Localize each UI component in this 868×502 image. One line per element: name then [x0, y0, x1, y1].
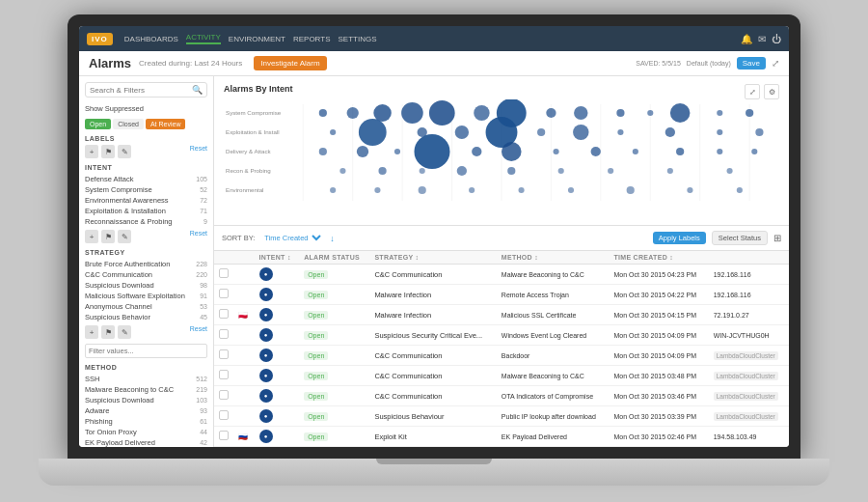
strategy-flag-btn[interactable]: ⚑: [101, 325, 115, 339]
grid-view-icon[interactable]: ⊞: [773, 233, 781, 243]
expand-icon[interactable]: ⤢: [772, 58, 779, 69]
row-intent: ●: [255, 265, 300, 285]
row-time: Mon Oct 30 2015 04:09 PM: [609, 346, 708, 366]
method-item-5[interactable]: Tor Onion Proxy 44: [85, 427, 207, 437]
strategy-item-2[interactable]: Suspicious Download 98: [85, 280, 207, 291]
intent-item-1[interactable]: System Compromise 52: [85, 184, 207, 195]
svg-point-59: [667, 168, 673, 174]
label-edit-btn[interactable]: ✎: [118, 145, 131, 158]
svg-point-41: [357, 146, 368, 157]
table-row[interactable]: ● Open C&C Communication Backdoor Mon Oc…: [214, 346, 789, 366]
save-button[interactable]: Save: [737, 57, 766, 70]
strategy-reset[interactable]: Reset: [190, 325, 207, 339]
chart-expand-btn[interactable]: ⤢: [745, 84, 760, 99]
intent-item-0[interactable]: Defense Attack 105: [85, 174, 207, 184]
table-row[interactable]: ● Open C&C Communication Malware Beaconi…: [214, 265, 789, 285]
investigate-alarm-button[interactable]: Investigate Alarm: [254, 56, 326, 70]
row-strategy: C&C Communication: [369, 366, 496, 386]
table-controls: SORT BY: Time Created ↓ Apply Labels Sel…: [214, 226, 789, 251]
row-checkbox[interactable]: [214, 406, 233, 427]
sort-select[interactable]: Time Created: [260, 233, 324, 243]
tab-at-review[interactable]: At Review: [146, 119, 186, 129]
row-checkbox[interactable]: [214, 366, 233, 386]
row-checkbox[interactable]: [214, 285, 233, 305]
intent-item-4[interactable]: Reconnaissance & Probing 9: [85, 216, 207, 227]
strategy-item-5[interactable]: Suspicious Behavior 45: [85, 312, 207, 322]
intent-reset[interactable]: Reset: [190, 230, 207, 243]
row-status: Open: [299, 366, 369, 386]
table-row[interactable]: 🇵🇱 ● Open Malware Infection Malicious SS…: [214, 305, 789, 325]
table-row[interactable]: ● Open Suspicious Security Critical Eve.…: [214, 325, 789, 346]
row-checkbox[interactable]: [214, 447, 233, 448]
search-input[interactable]: [90, 86, 192, 95]
row-method: EK Payload Delivered: [497, 427, 610, 447]
strategy-item-4[interactable]: Anonymous Channel 53: [85, 301, 207, 312]
svg-point-60: [726, 168, 732, 174]
strategy-item-3[interactable]: Malicious Software Exploitation 91: [85, 291, 207, 301]
col-status[interactable]: ALARM STATUS: [299, 251, 369, 265]
strategy-item-1[interactable]: C&C Communication 220: [85, 269, 207, 280]
topnav: IVO DASHBOARDS ACTIVITY ENVIRONMENT REPO…: [79, 26, 789, 51]
tab-closed[interactable]: Closed: [113, 119, 144, 129]
intent-edit-btn[interactable]: ✎: [118, 230, 131, 243]
svg-point-63: [419, 186, 426, 194]
strategy-edit-btn[interactable]: ✎: [118, 325, 131, 339]
intent-flag-btn[interactable]: ⚑: [101, 230, 115, 243]
method-item-6[interactable]: EK Payload Delivered 42: [85, 437, 207, 447]
label-add-btn[interactable]: +: [85, 145, 98, 158]
method-item-3[interactable]: Adware 93: [85, 405, 207, 416]
row-method: Remote Access Trojan: [497, 285, 610, 305]
row-intent: ●: [255, 447, 300, 448]
col-intent[interactable]: INTENT ↕: [255, 251, 300, 265]
strategy-add-btn[interactable]: +: [85, 325, 98, 339]
svg-point-40: [319, 148, 327, 155]
select-status-button[interactable]: Select Status: [712, 231, 768, 245]
intent-add-btn[interactable]: +: [85, 230, 98, 243]
label-flag-btn[interactable]: ⚑: [101, 145, 115, 158]
power-icon[interactable]: ⏻: [772, 34, 781, 44]
method-item-4[interactable]: Phishing 61: [85, 416, 207, 427]
intent-item-3[interactable]: Exploitation & Installation 71: [85, 206, 207, 216]
row-checkbox[interactable]: [214, 325, 233, 346]
row-checkbox[interactable]: [214, 427, 233, 447]
nav-settings[interactable]: SETTINGS: [338, 35, 376, 43]
tab-open[interactable]: Open: [85, 119, 111, 129]
status-tabs-section: Open Closed At Review: [85, 119, 207, 129]
table-row[interactable]: ● Open Suspicious Behaviour Public IP lo…: [214, 406, 789, 427]
table-row[interactable]: 🇷🇺 ● Open Vulnerable Software Exploitati…: [214, 447, 789, 448]
bell-icon[interactable]: 🔔: [741, 34, 752, 44]
col-time[interactable]: TIME CREATED ↕: [609, 251, 708, 265]
chart-settings-btn[interactable]: ⚙: [764, 84, 779, 99]
show-suppressed-section: Show Suppressed: [85, 103, 207, 113]
col-method[interactable]: METHOD ↕: [497, 251, 610, 265]
svg-point-16: [347, 107, 359, 119]
labels-section: Labels + ⚑ ✎ Reset: [85, 135, 207, 158]
table-row[interactable]: ● Open C&C Communication OTA Indicators …: [214, 386, 789, 406]
apply-labels-button[interactable]: Apply Labels: [653, 232, 706, 244]
method-item-1[interactable]: Malware Beaconing to C&C 219: [85, 384, 207, 395]
row-intent: ●: [255, 346, 300, 366]
table-row[interactable]: 🇷🇺 ● Open Exploit Kit EK Payload Deliver…: [214, 427, 789, 447]
nav-reports[interactable]: REPORTS: [293, 35, 331, 43]
svg-point-53: [378, 167, 386, 175]
labels-reset[interactable]: Reset: [190, 145, 207, 158]
nav-environment[interactable]: ENVIRONMENT: [229, 35, 285, 43]
method-item-2[interactable]: Suspicious Download 103: [85, 395, 207, 405]
row-method: Windows Event Log Cleared: [497, 325, 610, 346]
mail-icon[interactable]: ✉: [758, 34, 766, 44]
intent-item-2[interactable]: Environmental Awareness 72: [85, 195, 207, 206]
nav-activity[interactable]: ACTIVITY: [186, 33, 221, 44]
table-row[interactable]: ● Open C&C Communication Malware Beaconi…: [214, 366, 789, 386]
nav-dashboards[interactable]: DASHBOARDS: [124, 35, 178, 43]
row-checkbox[interactable]: [214, 305, 233, 325]
row-checkbox[interactable]: [214, 346, 233, 366]
strategy-filter-input[interactable]: [85, 344, 207, 358]
row-checkbox[interactable]: [214, 386, 233, 406]
row-strategy: Suspicious Behaviour: [369, 406, 496, 427]
table-row[interactable]: ● Open Malware Infection Remote Access T…: [214, 285, 789, 305]
strategy-item-0[interactable]: Brute Force Authentication 228: [85, 259, 207, 269]
col-strategy[interactable]: STRATEGY ↕: [369, 251, 496, 265]
method-item-0[interactable]: SSH 512: [85, 374, 207, 384]
svg-point-39: [755, 128, 763, 136]
row-checkbox[interactable]: [214, 265, 233, 285]
